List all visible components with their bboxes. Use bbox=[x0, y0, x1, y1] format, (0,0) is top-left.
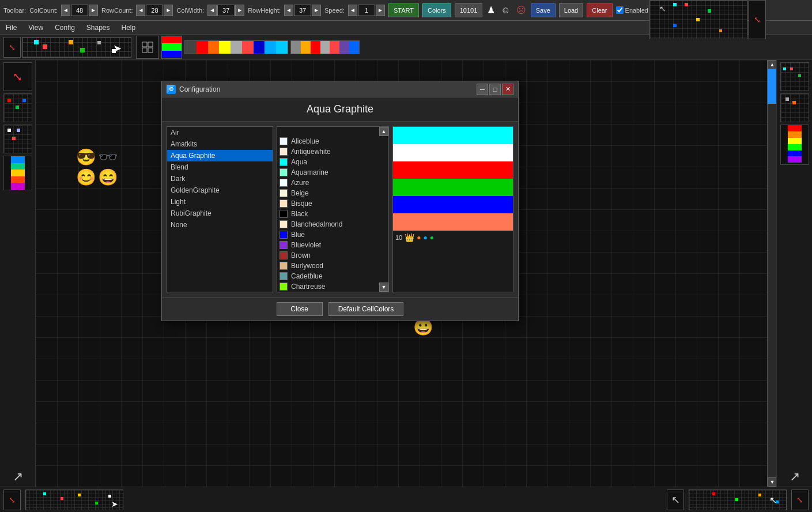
color-beige[interactable]: Beige bbox=[277, 188, 388, 198]
color-aqua[interactable]: Aqua bbox=[277, 157, 388, 167]
start-button[interactable]: START bbox=[388, 3, 419, 17]
arrow-down-left: ↗ bbox=[13, 469, 23, 484]
color-azure[interactable]: Azure bbox=[277, 178, 388, 188]
id-button[interactable]: 10101 bbox=[455, 3, 483, 17]
crown-icon: 👑 bbox=[405, 233, 414, 242]
bottom-transform-icon-sym: ⤡ bbox=[9, 495, 16, 505]
bottom-thumb: ➤ bbox=[25, 490, 123, 510]
colwidth-decrement[interactable]: ◄ bbox=[207, 5, 217, 16]
color-burlywood[interactable]: Burlywood bbox=[277, 261, 388, 271]
dialog-footer: Close Default CellColors bbox=[162, 297, 518, 321]
color-name-blanchedalmond: Blanchedalmond bbox=[291, 220, 342, 228]
preset-light[interactable]: Light bbox=[167, 196, 273, 208]
colwidth-value: 37 bbox=[217, 5, 235, 16]
preset-blend[interactable]: Blend bbox=[167, 161, 273, 173]
color-aliceblue[interactable]: Aliceblue bbox=[277, 136, 388, 146]
dialog-title-left: ⚙ Configuration bbox=[167, 85, 220, 94]
middle-controls bbox=[136, 36, 360, 59]
color-antiquewhite[interactable]: Antiquewhite bbox=[277, 146, 388, 157]
right-scrollbar[interactable]: ▲ ▼ bbox=[767, 60, 776, 487]
color-blueviolet[interactable]: Blueviolet bbox=[277, 240, 388, 250]
top-right-thumbs: ↖ ⤡ bbox=[649, 0, 766, 39]
grid-icon bbox=[142, 42, 153, 53]
color-name-azure: Azure bbox=[291, 179, 309, 187]
preset-golden-graphite[interactable]: GoldenGraphite bbox=[167, 185, 273, 196]
scrollbar-down[interactable]: ▼ bbox=[768, 477, 777, 487]
colwidth-increment[interactable]: ► bbox=[235, 5, 244, 16]
colcount-decrement[interactable]: ◄ bbox=[61, 5, 70, 16]
emoji-left-1: 😎 bbox=[76, 149, 96, 165]
color-thumb-small bbox=[161, 36, 182, 59]
color-bisque[interactable]: Bisque bbox=[277, 198, 388, 209]
swatch-aqua bbox=[280, 158, 288, 166]
color-name-blueviolet: Blueviolet bbox=[291, 241, 321, 249]
swatch-beige bbox=[280, 189, 288, 197]
preset-aqua-graphite[interactable]: Aqua Graphite bbox=[167, 150, 273, 161]
enabled-checkbox[interactable] bbox=[616, 6, 624, 14]
thumb-grid: ➤ bbox=[22, 37, 131, 57]
load-button[interactable]: Load bbox=[559, 3, 583, 17]
dialog-maximize-button[interactable]: □ bbox=[489, 84, 501, 95]
presets-list[interactable]: Air Amatkits Aqua Graphite Blend Dark Go… bbox=[167, 126, 273, 292]
rowcount-increment[interactable]: ► bbox=[164, 5, 173, 16]
scrollbar-thumb[interactable] bbox=[768, 69, 776, 104]
scrollbar-up[interactable]: ▲ bbox=[768, 60, 777, 69]
rowheight-decrement[interactable]: ◄ bbox=[284, 5, 293, 16]
dialog-minimize-button[interactable]: ─ bbox=[477, 84, 488, 95]
clear-button[interactable]: Clear bbox=[587, 3, 612, 17]
speed-increment[interactable]: ► bbox=[376, 5, 385, 16]
color-brown[interactable]: Brown bbox=[277, 250, 388, 261]
color-aquamarine[interactable]: Aquamarine bbox=[277, 167, 388, 178]
dialog-body: Air Amatkits Aqua Graphite Blend Dark Go… bbox=[162, 122, 518, 297]
color-blanchedalmond[interactable]: Blanchedalmond bbox=[277, 219, 388, 229]
colcount-value: 48 bbox=[71, 5, 88, 16]
color-list-scroll-down[interactable]: ▼ bbox=[379, 283, 388, 292]
top-thumb-main: ➤ bbox=[22, 37, 131, 58]
rowcount-label: RowCount: bbox=[101, 7, 133, 14]
preview-info: 10 👑 ● ● ● bbox=[393, 231, 513, 244]
color-chartreuse[interactable]: Chartreuse bbox=[277, 281, 388, 292]
speed-decrement[interactable]: ◄ bbox=[348, 5, 357, 16]
dot-icon-2: ● bbox=[424, 234, 428, 242]
menu-shapes[interactable]: Shapes bbox=[84, 23, 112, 32]
colcount-increment[interactable]: ► bbox=[89, 5, 98, 16]
grid-toggle-btn[interactable] bbox=[136, 36, 159, 59]
rowcount-spinner: ◄ 28 ► bbox=[136, 5, 173, 16]
preview-green bbox=[393, 179, 513, 196]
rowheight-value: 37 bbox=[294, 5, 311, 16]
swatch-burlywood bbox=[280, 262, 288, 270]
emoji-left-4: 😄 bbox=[98, 170, 118, 186]
preset-amatkits[interactable]: Amatkits bbox=[167, 138, 273, 150]
scrollbar-track[interactable] bbox=[768, 69, 776, 477]
rowheight-label: RowHeight: bbox=[248, 7, 281, 14]
bottom-right-thumb: ↖ bbox=[689, 490, 787, 510]
menu-view[interactable]: View bbox=[26, 23, 46, 32]
color-blue[interactable]: Blue bbox=[277, 229, 388, 240]
color-list-scroll-up[interactable]: ▲ bbox=[379, 127, 388, 136]
dialog-close-button[interactable]: ✕ bbox=[502, 84, 513, 95]
rowheight-increment[interactable]: ► bbox=[312, 5, 321, 16]
color-black[interactable]: Black bbox=[277, 209, 388, 219]
color-name-bisque: Bisque bbox=[291, 199, 312, 208]
close-button[interactable]: Close bbox=[277, 302, 323, 316]
save-button[interactable]: Save bbox=[531, 3, 556, 17]
color-list-panel[interactable]: ▲ Aliceblue Antiquewhite Aqua Aquamarine bbox=[277, 126, 389, 292]
preset-rubi-graphite[interactable]: RubiGraphite bbox=[167, 208, 273, 219]
default-cellcolors-button[interactable]: Default CellColors bbox=[328, 302, 404, 316]
arrow-right-top: ➤ bbox=[113, 42, 122, 55]
preset-dark[interactable]: Dark bbox=[167, 173, 273, 185]
preset-air[interactable]: Air bbox=[167, 127, 273, 138]
menu-help[interactable]: Help bbox=[119, 23, 138, 32]
enabled-label: Enabled bbox=[625, 7, 648, 14]
color-cadetblue[interactable]: Cadetblue bbox=[277, 271, 388, 281]
menu-config[interactable]: Config bbox=[52, 23, 77, 32]
speed-value: 1 bbox=[358, 5, 375, 16]
colors-button[interactable]: Colors bbox=[422, 3, 451, 17]
color-name-brown: Brown bbox=[291, 251, 311, 259]
color-name-aliceblue: Aliceblue bbox=[291, 137, 319, 145]
menu-file[interactable]: File bbox=[3, 23, 19, 32]
preset-none[interactable]: None bbox=[167, 219, 273, 231]
color-name-black: Black bbox=[291, 210, 308, 218]
side-panel-left: ⤡ ↗ bbox=[0, 60, 36, 487]
rowcount-decrement[interactable]: ◄ bbox=[136, 5, 145, 16]
